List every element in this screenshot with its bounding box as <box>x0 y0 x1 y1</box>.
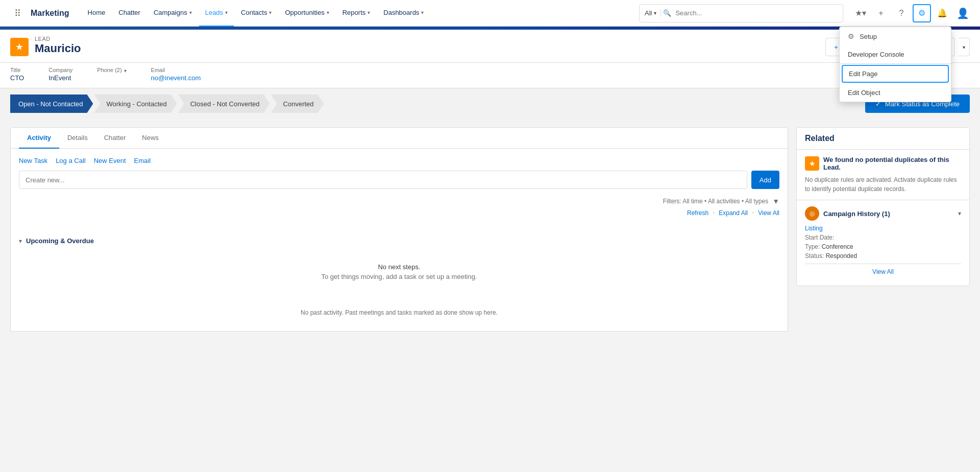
expand-all-link[interactable]: Expand All <box>719 209 748 217</box>
log-call-action[interactable]: Log a Call <box>56 157 86 164</box>
gear-button[interactable]: ⚙ <box>913 4 931 22</box>
dev-console-menu-item[interactable]: Developer Console <box>840 45 951 63</box>
no-steps-sub: To get things moving, add a task or set … <box>19 273 779 280</box>
campaign-status-label: Status: <box>805 252 824 259</box>
search-type-chevron: ▾ <box>654 10 656 16</box>
meta-title: Title CTO <box>10 67 24 82</box>
tab-details[interactable]: Details <box>59 128 96 149</box>
campaign-view-all-link[interactable]: View All <box>805 264 961 279</box>
phone-label: Phone (2) <box>97 67 121 73</box>
search-type-selector[interactable]: All ▾ <box>645 9 661 17</box>
meta-email: Email no@inevent.com <box>151 67 201 82</box>
stage-working-contacted[interactable]: Working - Contacted <box>94 95 177 113</box>
edit-page-menu-item[interactable]: Edit Page <box>842 65 949 83</box>
campaign-history-heading: Campaign History (1) <box>823 210 890 218</box>
waffle-icon[interactable]: ⠿ <box>8 4 27 22</box>
past-activity: No past activity. Past meetings and task… <box>11 301 788 324</box>
nav-contacts-label: Contacts <box>241 9 267 16</box>
nav-home[interactable]: Home <box>82 0 112 27</box>
campaign-start-date-field: Start Date: <box>805 234 961 241</box>
nav-contacts[interactable]: Contacts ▾ <box>235 0 278 27</box>
tab-activity[interactable]: Activity <box>19 128 59 149</box>
campaign-title-left: ◎ Campaign History (1) <box>805 206 890 221</box>
upcoming-chevron-icon[interactable]: ▾ <box>19 238 22 245</box>
setup-menu-item[interactable]: ⚙ Setup <box>840 27 951 45</box>
stage-closed-not-converted[interactable]: Closed - Not Converted <box>178 95 270 113</box>
campaign-collapse-button[interactable]: ▾ <box>958 210 961 217</box>
refresh-link[interactable]: Refresh <box>687 209 708 217</box>
campaign-listing-link[interactable]: Listing <box>805 225 823 232</box>
warning-icon: ★ <box>805 156 819 171</box>
meta-phone: Phone (2) ▾ <box>97 67 126 82</box>
add-button[interactable]: + <box>872 4 890 22</box>
setup-icon: ⚙ <box>848 32 854 40</box>
create-new-input[interactable] <box>19 171 747 189</box>
campaign-listing-field: Listing <box>805 225 961 232</box>
new-task-action[interactable]: New Task <box>19 157 47 164</box>
nav-reports-label: Reports <box>342 9 366 16</box>
email-label: Email <box>151 67 201 73</box>
search-type-label: All <box>645 9 652 17</box>
related-panel: Related ★ We found no potential duplicat… <box>796 127 970 286</box>
nav-reports[interactable]: Reports ▾ <box>336 0 377 27</box>
tab-details-label: Details <box>67 134 88 141</box>
nav-leads[interactable]: Leads ▾ <box>199 0 234 27</box>
phone-chevron-icon[interactable]: ▾ <box>124 68 127 74</box>
nav-reports-chevron: ▾ <box>368 10 370 15</box>
stage-open-not-contacted[interactable]: Open - Not Contacted <box>10 95 93 113</box>
favorites-button[interactable]: ★▾ <box>851 4 870 22</box>
edit-page-label: Edit Page <box>849 70 877 78</box>
edit-object-menu-item[interactable]: Edit Object <box>840 84 951 102</box>
related-header: Related <box>797 128 969 150</box>
company-value: InEvent <box>48 74 72 82</box>
nav-campaigns[interactable]: Campaigns ▾ <box>148 0 198 27</box>
campaign-icon: ◎ <box>805 206 819 221</box>
view-all-activity-link[interactable]: View All <box>758 209 779 217</box>
bell-button[interactable]: 🔔 <box>933 4 951 22</box>
stage-closed-label: Closed - Not Converted <box>190 100 260 108</box>
create-new-bar: Add <box>19 171 779 189</box>
email-action[interactable]: Email <box>134 157 151 164</box>
stage-working-label: Working - Contacted <box>106 100 166 108</box>
nav-opportunities-chevron: ▾ <box>327 10 329 15</box>
record-name: Mauricio <box>35 42 81 55</box>
email-value[interactable]: no@inevent.com <box>151 74 201 82</box>
campaign-status-value: Responded <box>826 252 857 259</box>
main-left-panel: Activity Details Chatter News New Task L… <box>10 127 788 332</box>
nav-chatter-label: Chatter <box>118 9 140 16</box>
activity-links-row: Refresh • Expand All • View All <box>19 209 779 217</box>
nav-dashboards[interactable]: Dashboards ▾ <box>377 0 430 27</box>
duplicates-card-title: ★ We found no potential duplicates of th… <box>805 156 961 171</box>
campaign-status-field: Status: Responded <box>805 252 961 259</box>
search-bar: All ▾ 🔍 <box>639 4 843 22</box>
new-event-action[interactable]: New Event <box>94 157 126 164</box>
salesforce-help-button[interactable]: ? <box>892 4 911 22</box>
avatar-button[interactable]: 👤 <box>953 4 972 22</box>
tab-chatter-label: Chatter <box>104 134 126 141</box>
user-avatar: 👤 <box>957 7 969 19</box>
quick-actions: New Task Log a Call New Event Email <box>19 157 779 164</box>
topbar-right-actions: ★▾ + ? ⚙ 🔔 👤 <box>851 4 972 22</box>
tab-news[interactable]: News <box>134 128 167 149</box>
add-button[interactable]: Add <box>751 171 779 189</box>
title-value: CTO <box>10 74 24 82</box>
filter-icon[interactable]: ▼ <box>772 197 779 205</box>
phone-display: Phone (2) ▾ <box>97 67 126 74</box>
record-title-block: Lead Mauricio <box>35 36 81 55</box>
main-content: Activity Details Chatter News New Task L… <box>0 119 980 340</box>
nav-dashboards-label: Dashboards <box>383 9 419 16</box>
top-bar: ⠿ Marketing Home Chatter Campaigns ▾ Lea… <box>0 0 980 27</box>
duplicates-body: No duplicate rules are activated. Activa… <box>805 175 961 194</box>
no-past-activity-text: No past activity. Past meetings and task… <box>301 309 498 316</box>
tab-chatter[interactable]: Chatter <box>96 128 134 149</box>
activity-section: New Task Log a Call New Event Email Add … <box>11 149 788 233</box>
stage-converted[interactable]: Converted <box>271 95 324 113</box>
new-chevron-button[interactable]: ▾ <box>959 38 970 56</box>
campaign-title-row: ◎ Campaign History (1) ▾ <box>805 206 961 221</box>
nav-leads-label: Leads <box>205 9 223 16</box>
nav-contacts-chevron: ▾ <box>269 10 272 15</box>
nav-opportunities[interactable]: Opportunities ▾ <box>279 0 335 27</box>
duplicates-card: ★ We found no potential duplicates of th… <box>797 150 969 200</box>
search-input[interactable] <box>675 9 838 17</box>
nav-chatter[interactable]: Chatter <box>112 0 146 27</box>
